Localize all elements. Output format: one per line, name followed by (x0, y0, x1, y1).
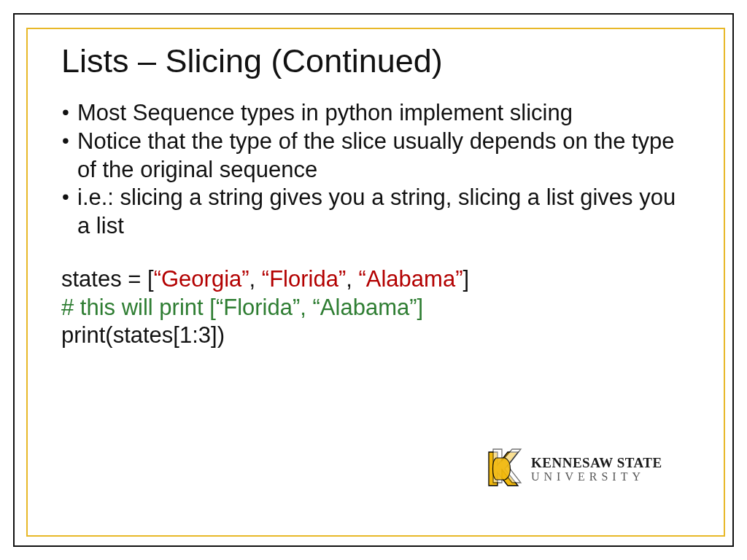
slide-content: Lists – Slicing (Continued) Most Sequenc… (61, 42, 689, 350)
code-text: ] (462, 266, 469, 292)
code-string: “Alabama” (358, 266, 462, 292)
bullet-item: Notice that the type of the slice usuall… (61, 128, 689, 184)
university-logo: KENNESAW STATE UNIVERSITY (483, 448, 702, 490)
code-line-2: # this will print [“Florida”, “Alabama”] (61, 294, 689, 322)
logo-text: KENNESAW STATE UNIVERSITY (531, 456, 662, 483)
ks-monogram-icon (483, 448, 524, 490)
code-comment: # this will print [“Florida”, “Alabama”] (61, 295, 423, 320)
code-text: print(states[1:3]) (61, 322, 225, 348)
bullet-item: i.e.: slicing a string gives you a strin… (61, 184, 689, 241)
bullet-item: Most Sequence types in python implement … (61, 99, 689, 128)
code-example: states = [“Georgia”, “Florida”, “Alabama… (61, 265, 689, 350)
code-line-3: print(states[1:3]) (61, 322, 689, 350)
code-line-1: states = [“Georgia”, “Florida”, “Alabama… (61, 265, 689, 294)
bullet-list: Most Sequence types in python implement … (61, 99, 689, 241)
code-text: states = [ (61, 266, 154, 292)
code-text: , (346, 266, 358, 292)
logo-line-1: KENNESAW STATE (531, 456, 662, 470)
slide-title: Lists – Slicing (Continued) (61, 42, 689, 80)
code-text: , (249, 266, 262, 292)
logo-line-2: UNIVERSITY (531, 471, 662, 483)
code-string: “Florida” (262, 266, 346, 292)
code-string: “Georgia” (154, 266, 249, 292)
